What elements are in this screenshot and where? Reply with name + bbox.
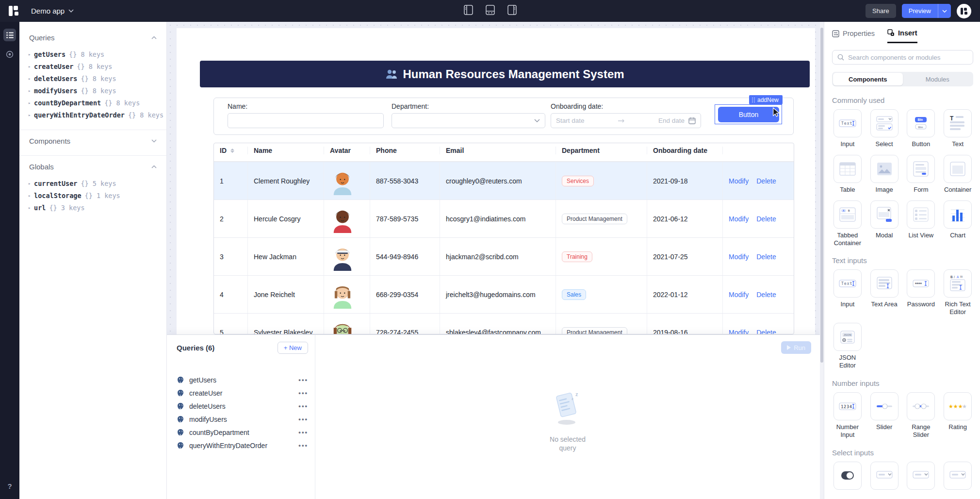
left-panel-toggle-icon[interactable] [464,5,473,17]
palette-item-button[interactable]: BtnBtnButton [906,109,937,148]
new-query-button[interactable]: + New [278,342,308,354]
tab-properties[interactable]: Properties [832,30,875,42]
tab-insert[interactable]: Insert [887,29,917,43]
modify-link[interactable]: Modify [729,215,749,223]
palette-item-rich-text-editor[interactable]: BIA99Rich Text Editor [942,269,973,316]
expand-arrow-icon[interactable]: ▸ [28,100,34,105]
query-list-item[interactable]: createUser••• [177,386,308,399]
query-menu-button[interactable]: ••• [298,389,308,397]
query-menu-button[interactable]: ••• [298,442,308,449]
query-list-item[interactable]: getUsers••• [177,373,308,386]
delete-link[interactable]: Delete [756,253,776,261]
inspector-node[interactable]: ▸createUser{} 8 keys [28,60,166,72]
help-icon[interactable]: ? [3,480,16,492]
inspector-section-components[interactable]: Components [19,134,166,148]
expand-arrow-icon[interactable]: ▸ [28,76,34,81]
canvas[interactable]: Human Resources Management System Name: … [167,22,820,499]
expand-arrow-icon[interactable]: ▸ [28,64,34,69]
component-search-input[interactable] [848,54,968,61]
canvas-scrollbar[interactable] [820,22,824,499]
add-new-button[interactable]: Button [718,107,779,122]
palette-item-chart[interactable]: Chart [942,200,973,247]
palette-item-form[interactable]: Form [906,155,937,194]
palette-item-select-sm[interactable] [906,462,937,490]
inspector-node[interactable]: ▸modifyUsers{} 8 keys [28,84,166,97]
scrollbar-thumb[interactable] [820,28,823,363]
delete-link[interactable]: Delete [756,177,776,185]
palette-item-password[interactable]: ****Password [906,269,937,316]
date-range-picker[interactable]: Start date End date [551,113,701,128]
modify-link[interactable]: Modify [729,253,749,261]
palette-item-number-input[interactable]: 1234Number Input [832,392,863,439]
palette-item-toggle[interactable] [832,462,863,490]
run-query-button[interactable]: Run [781,341,811,354]
bottom-panel-toggle-icon[interactable] [486,5,495,17]
palette-item-select-sm[interactable] [942,462,973,490]
hr-table[interactable]: IDNameAvatarPhoneEmailDepartmentOnboardi… [213,143,794,334]
query-list-item[interactable]: modifyUsers••• [177,413,308,426]
expand-arrow-icon[interactable]: ▸ [28,181,34,186]
palette-item-image[interactable]: Image [869,155,900,194]
user-avatar[interactable] [957,4,971,18]
segment-modules[interactable]: Modules [903,73,973,85]
filter-form[interactable]: Name: Department: Onboarding date: Start… [213,98,794,135]
component-search[interactable] [832,50,973,65]
query-list-item[interactable]: countByDepartment••• [177,426,308,439]
table-row[interactable]: 2Hercule Cosgry 787-589-5735hcosgry1@ind… [214,200,794,237]
palette-item-slider[interactable]: Slider [869,392,900,439]
table-row[interactable]: 4Jone Reichelt 668-299-0354jreichelt3@hu… [214,275,794,313]
modify-link[interactable]: Modify [729,329,749,335]
modify-link[interactable]: Modify [729,177,749,185]
widget-name-tag[interactable]: addNew [749,95,783,104]
inspector-node[interactable]: ▸currentUser{} 5 keys [28,177,166,189]
palette-item-input[interactable]: TextInput [832,109,863,148]
start-date-placeholder[interactable]: Start date [556,117,585,124]
inspector-node[interactable]: ▸deleteUsers{} 8 keys [28,72,166,84]
palette-item-text[interactable]: TText [942,109,973,148]
palette-item-input[interactable]: TextInput [832,269,863,316]
query-list-item[interactable]: queryWithEntryDateOrder••• [177,439,308,452]
inspector-rail-icon[interactable] [3,29,16,41]
inspector-node[interactable]: ▸getUsers{} 8 keys [28,48,166,60]
palette-item-tabbed-container[interactable]: ABTabbed Container [832,200,863,247]
expand-arrow-icon[interactable]: ▸ [28,88,34,93]
table-row[interactable]: 3Hew Jackman 544-949-8946hjackman2@scrib… [214,237,794,275]
delete-link[interactable]: Delete [756,291,776,299]
inspector-node[interactable]: ▸url{} 3 keys [28,201,166,214]
inspector-section-globals[interactable]: Globals [19,160,166,173]
preview-button[interactable]: Preview [902,4,938,18]
palette-item-table[interactable]: Table [832,155,863,194]
name-input[interactable] [228,113,384,128]
debugger-rail-icon[interactable] [3,48,16,61]
sort-icon[interactable] [230,149,234,153]
modify-link[interactable]: Modify [729,291,749,299]
department-select[interactable] [392,113,545,128]
query-menu-button[interactable]: ••• [298,402,308,410]
table-row[interactable]: 1Clement Roughley 887-558-3043croughley0… [214,162,794,200]
delete-link[interactable]: Delete [756,215,776,223]
share-button[interactable]: Share [866,4,896,18]
delete-link[interactable]: Delete [756,329,776,335]
inspector-node[interactable]: ▸countByDepartment{} 8 keys [28,97,166,109]
inspector-section-queries[interactable]: Queries [19,31,166,44]
palette-item-list-view[interactable]: List View [906,200,937,247]
palette-item-json-editor[interactable]: JSONJSON Editor [832,323,863,369]
palette-item-container[interactable]: Container [942,155,973,194]
query-menu-button[interactable]: ••• [298,429,308,436]
palette-item-range-slider[interactable]: Range Slider [906,392,937,439]
inspector-node[interactable]: ▸queryWithEntryDateOrder{} 8 keys [28,109,166,121]
query-menu-button[interactable]: ••• [298,376,308,383]
app-title-banner[interactable]: Human Resources Management System [200,61,810,87]
query-menu-button[interactable]: ••• [298,416,308,423]
expand-arrow-icon[interactable]: ▸ [28,193,34,198]
palette-item-select-sm[interactable] [869,462,900,490]
table-header-cell[interactable]: ID [214,147,248,154]
right-panel-toggle-icon[interactable] [507,5,517,17]
expand-arrow-icon[interactable]: ▸ [28,52,34,57]
end-date-placeholder[interactable]: End date [658,117,685,124]
palette-item-rating[interactable]: ★★★★Rating [942,392,973,439]
query-list-item[interactable]: deleteUsers••• [177,399,308,413]
expand-arrow-icon[interactable]: ▸ [28,113,34,117]
palette-item-select[interactable]: Select [869,109,900,148]
palette-item-text-area[interactable]: Text Area [869,269,900,316]
